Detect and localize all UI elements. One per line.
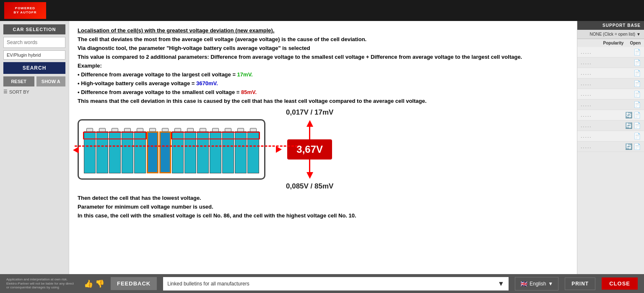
col-headers: Popularity Open: [577, 39, 644, 47]
cell-5: [134, 128, 146, 173]
dropdown-label: NONE (Click = open list): [589, 32, 635, 37]
pdf-icon-alt[interactable]: 🔄: [625, 122, 632, 129]
lang-chevron-icon: ▼: [548, 281, 553, 287]
arrow-up: [306, 120, 313, 127]
bullet2-value: 3670mV.: [196, 80, 218, 86]
bulletin-row: ..... 📄: [577, 131, 644, 141]
cell-group-right: [172, 128, 259, 173]
col-open: Open: [630, 41, 641, 45]
pdf-icon[interactable]: 📄: [634, 80, 641, 87]
content-body: Localisation of the cell(s) with the gre…: [78, 27, 569, 219]
para4: This means that the cell deviation in th…: [78, 98, 569, 104]
cell-14: [247, 128, 259, 173]
bullet1-value: 17mV.: [237, 71, 253, 78]
language-button[interactable]: 🇬🇧 English ▼: [515, 277, 558, 290]
linked-bulletins-dropdown[interactable]: Linked bulletins for all manufacturers ▼: [163, 277, 509, 290]
dots: .....: [581, 133, 592, 139]
bullet1-prefix: • Difference from average voltage to the…: [78, 71, 237, 78]
bulletin-row: ..... 📄: [577, 99, 644, 110]
voltage-box: 3,67V: [287, 139, 332, 160]
dots: .....: [581, 91, 592, 97]
dots: .....: [581, 49, 592, 55]
bullet3-prefix: • Difference from average voltage to the…: [78, 89, 241, 95]
diagram-bottom-label: 0,085V / 85mV: [286, 182, 333, 191]
vertical-line-bottom: [309, 160, 310, 172]
arrow-left-head: [73, 147, 79, 154]
sort-by[interactable]: ☰ SORT BY: [3, 89, 65, 94]
sort-by-label: SORT BY: [9, 89, 29, 94]
pdf-icon[interactable]: 📄: [634, 122, 641, 129]
logo: POWEREDBY AUTOFR: [4, 2, 46, 19]
cell-8: [172, 128, 184, 173]
pdf-icons-pair: 🔄 📄: [625, 112, 641, 118]
pdf-icon[interactable]: 📄: [634, 112, 641, 118]
pdf-icon[interactable]: 📄: [634, 70, 641, 76]
dots: .....: [581, 81, 592, 86]
cell-1: [84, 128, 96, 173]
pdf-icon-alt[interactable]: 🔄: [625, 143, 632, 150]
flag-icon: 🇬🇧: [520, 280, 527, 287]
sidebar: CAR SELECTION EV/Plugin hybrid SEARCH RE…: [0, 21, 69, 274]
right-panel-header: SUPPORT BASE: [577, 21, 644, 30]
vertical-line-top: [309, 127, 310, 139]
pdf-icons-pair: 🔄 📄: [625, 143, 641, 150]
cell-12: [222, 128, 234, 173]
linked-label: Linked bulletins for all manufacturers: [167, 281, 498, 287]
dropdown-chevron: ▼: [636, 32, 641, 37]
cell-2: [96, 128, 108, 173]
close-button[interactable]: CLOSE: [602, 277, 638, 290]
dots: .....: [581, 112, 592, 118]
pdf-icon[interactable]: 📄: [634, 91, 641, 97]
col-popularity: Popularity: [603, 41, 624, 45]
right-dropdown[interactable]: NONE (Click = open list) ▼: [577, 30, 644, 39]
cell-group-highlight: [147, 128, 171, 173]
bulletin-row: ..... 📄: [577, 47, 644, 58]
cell-3: [109, 128, 121, 173]
logo-text: POWEREDBY AUTOFR: [13, 6, 36, 14]
voltage-section: 0,017V / 17mV 3,67V 0,085V / 85mV: [276, 108, 333, 191]
top-header: POWEREDBY AUTOFR: [0, 0, 644, 21]
vertical-arrows: 0,017V / 17mV 3,67V 0,085V / 85mV: [286, 108, 333, 191]
bulletin-rows: ..... 📄 ..... 📄 ..... 📄 ..... 📄 ..... 📄 …: [577, 47, 644, 274]
battery-diagram: // We'll render cells inline via innerHT…: [78, 108, 569, 191]
pdf-icon[interactable]: 📄: [634, 101, 641, 108]
dots: .....: [581, 60, 592, 65]
search-input[interactable]: [3, 37, 65, 48]
dropdown-chevron-icon: ▼: [498, 280, 504, 288]
para3: This value is compared to 2 additional p…: [78, 54, 569, 60]
footer-disclaimer: Application and interpretation at own ri…: [6, 277, 78, 290]
pdf-icon[interactable]: 📄: [634, 59, 641, 66]
pdf-icon[interactable]: 📄: [634, 143, 641, 150]
pdf-icon[interactable]: 📄: [634, 49, 641, 55]
dots: .....: [581, 102, 592, 107]
car-selection-button[interactable]: CAR SELECTION: [3, 24, 65, 34]
feedback-button[interactable]: FEEDBACK: [111, 277, 157, 290]
content-area[interactable]: Localisation of the cell(s) with the gre…: [69, 21, 577, 274]
sidebar-action-row: RESET SHOW A: [3, 76, 65, 86]
show-button[interactable]: SHOW A: [36, 76, 66, 86]
bulletin-row: ..... 📄: [577, 68, 644, 78]
cell-6: [147, 128, 158, 173]
para5: Then detect the cell that has the lowest…: [78, 195, 569, 201]
dots: .....: [581, 144, 592, 149]
thumbs-down-button[interactable]: 👎: [95, 279, 104, 288]
thumbs-up-button[interactable]: 👍: [84, 279, 93, 288]
search-button[interactable]: SEARCH: [3, 62, 65, 74]
thumbs-area: 👍 👎: [84, 279, 104, 288]
print-button[interactable]: PRINT: [565, 277, 595, 290]
bulletin-row: ..... 🔄 📄: [577, 120, 644, 131]
right-panel: SUPPORT BASE NONE (Click = open list) ▼ …: [577, 21, 644, 274]
ev-badge: EV/Plugin hybrid: [3, 50, 65, 60]
pdf-icon-alt[interactable]: 🔄: [625, 112, 632, 118]
bullet1: • Difference from average voltage to the…: [78, 71, 569, 78]
cell-9: [184, 128, 196, 173]
reset-button[interactable]: RESET: [3, 76, 34, 86]
cell-11: [210, 128, 221, 173]
content-title: Localisation of the cell(s) with the gre…: [78, 27, 569, 34]
pdf-icon[interactable]: 📄: [634, 133, 641, 139]
pdf-icons-pair: 🔄 📄: [625, 122, 641, 129]
main-layout: CAR SELECTION EV/Plugin hybrid SEARCH RE…: [0, 21, 644, 274]
para1: The cell that deviates the most from the…: [78, 36, 569, 42]
bullet3: • Difference from average voltage to the…: [78, 89, 569, 95]
dots: .....: [581, 70, 592, 76]
